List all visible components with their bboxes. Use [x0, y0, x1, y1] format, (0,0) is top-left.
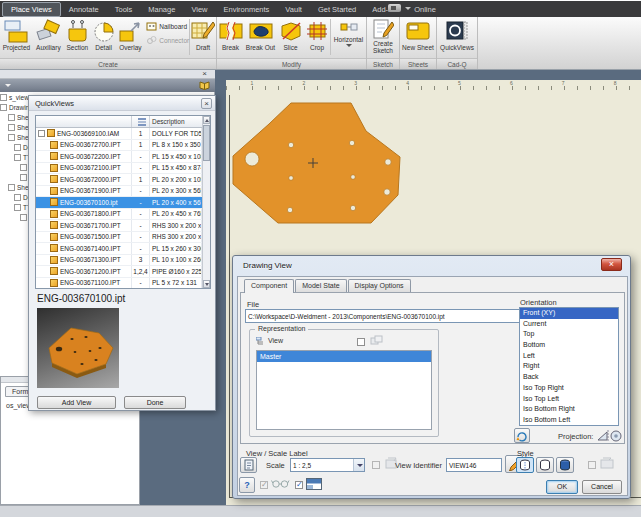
cell-description[interactable]: PL 20 x 400 x 565 — [150, 197, 202, 208]
ok-button[interactable]: OK — [546, 480, 578, 494]
cancel-button[interactable]: Cancel — [582, 480, 622, 494]
table-row[interactable]: ENG-003669100.IAM 1 DOLLY FOR TD500 ST.. — [36, 128, 202, 140]
cell-description[interactable]: DOLLY FOR TD500 ST.. — [150, 128, 202, 139]
ribbon-tab[interactable]: Online — [406, 3, 444, 16]
cell-position[interactable]: - — [132, 243, 150, 254]
file-combo[interactable]: C:\Workspace\D-Weldment - 2013\Component… — [245, 309, 557, 323]
table-row[interactable]: ENG-003672000.IPT 1 PL 20 x 200 x 1050 — [36, 174, 202, 186]
ribbon-tab[interactable]: Tools — [107, 3, 141, 16]
ribbon-panel-sketch-label[interactable]: Sketch — [367, 58, 399, 69]
cell-position[interactable]: - — [132, 278, 150, 289]
cell-description[interactable]: PL 15 x 450 x 1082 — [150, 151, 202, 162]
cell-position[interactable]: 1 — [132, 128, 150, 139]
cell-part-name[interactable]: ENG-003672700.IPT — [36, 140, 132, 151]
orientation-list-item[interactable]: Right — [520, 361, 618, 372]
browser-panel-titlebar[interactable]: × — [0, 70, 215, 79]
orientation-list-item[interactable]: Left — [520, 351, 618, 362]
cell-position[interactable]: 3 — [132, 255, 150, 266]
ribbon-tab[interactable]: Manage — [140, 3, 183, 16]
cell-description[interactable]: PL 10 x 100 x 260 — [150, 255, 202, 266]
crop-button[interactable]: Crop — [304, 17, 330, 51]
dialog-tab[interactable]: Component — [244, 279, 294, 293]
orientation-list-item[interactable]: Iso Bottom Left — [520, 415, 618, 426]
help-button[interactable]: ? — [239, 477, 255, 493]
ribbon-tab[interactable]: Annotate — [61, 3, 107, 16]
orientation-list-item[interactable]: Back — [520, 372, 618, 383]
table-row[interactable]: ENG-003671800.IPT - PL 20 x 450 x 765 — [36, 209, 202, 221]
orientation-list-item[interactable]: Top — [520, 329, 618, 340]
column-header-description[interactable]: Description — [150, 116, 202, 127]
cell-description[interactable]: PL 20 x 450 x 765 — [150, 209, 202, 220]
cell-part-name[interactable]: ENG-003671400.IPT — [36, 243, 132, 254]
table-row[interactable]: ENG-003671100.IPT - PL 5 x 72 x 131 — [36, 278, 202, 289]
table-row[interactable]: ENG-003672100.IPT - PL 15 x 450 x 874 — [36, 163, 202, 175]
horizontal-caret-icon[interactable] — [346, 44, 352, 47]
browser-close-icon[interactable]: × — [202, 69, 207, 78]
cell-part-name[interactable]: ENG-003670100.ipt — [36, 197, 132, 208]
quickviews-button[interactable]: QuickViews — [437, 17, 477, 51]
table-row[interactable]: ENG-003671500.IPT - RHS 300 x 200 x 16 L… — [36, 232, 202, 244]
scale-combo[interactable]: 1 : 2,5 — [290, 458, 365, 472]
cell-description[interactable]: PL 15 x 260 x 300 — [150, 243, 202, 254]
break-out-button[interactable]: Break Out — [244, 17, 277, 51]
scale-label-toggle-button[interactable] — [240, 457, 257, 473]
representation-list-item[interactable]: Master — [257, 351, 431, 362]
browser-book-icon[interactable] — [199, 81, 210, 91]
horizontal-button[interactable]: Horizontal — [331, 17, 366, 47]
cell-description[interactable]: PL 8 x 150 x 350 — [150, 140, 202, 151]
orientation-list-item[interactable]: Current — [520, 319, 618, 330]
add-view-button[interactable]: Add View — [37, 396, 116, 409]
cell-part-name[interactable]: ENG-003671500.IPT — [36, 232, 132, 243]
style-hidden-line-button[interactable] — [516, 457, 534, 473]
cell-position[interactable]: 1 — [132, 140, 150, 151]
ribbon-tab[interactable]: View — [183, 3, 215, 16]
representation-checkbox[interactable] — [357, 338, 365, 346]
view-tree-icon[interactable] — [256, 337, 265, 347]
ribbon-panel-modify-label[interactable]: Modify — [217, 58, 366, 69]
cell-position[interactable]: - — [132, 209, 150, 220]
new-sheet-button[interactable]: New Sheet — [400, 17, 436, 51]
raster-preview-checkbox[interactable] — [295, 481, 303, 489]
cell-part-name[interactable]: ENG-003671100.IPT — [36, 278, 132, 289]
break-button[interactable]: Break — [217, 17, 244, 51]
cell-part-name[interactable]: ENG-003669100.IAM — [36, 128, 132, 139]
table-row[interactable]: ENG-003671300.IPT 3 PL 10 x 100 x 260 — [36, 255, 202, 267]
nailboard-button[interactable]: Nailboard — [144, 21, 189, 32]
table-row[interactable]: ENG-003672700.IPT 1 PL 8 x 150 x 350 — [36, 140, 202, 152]
cell-position[interactable]: - — [132, 151, 150, 162]
draft-view-button[interactable]: Draft — [190, 17, 216, 51]
create-sketch-button[interactable]: Create Sketch — [367, 17, 399, 55]
browser-menu-caret-icon[interactable] — [5, 84, 11, 87]
orientation-list-item[interactable]: Iso Bottom Right — [520, 404, 618, 415]
projected-view-button[interactable]: Projected — [0, 17, 33, 51]
section-view-button[interactable]: Section — [64, 17, 91, 51]
orientation-list-item[interactable]: Front (XY) — [520, 308, 618, 319]
video-icon[interactable] — [388, 4, 401, 12]
cell-part-name[interactable]: ENG-003672000.IPT — [36, 174, 132, 185]
table-scrollbar[interactable] — [202, 116, 210, 288]
orientation-list-item[interactable]: Bottom — [520, 340, 618, 351]
ribbon-tab[interactable]: Get Started — [310, 3, 364, 16]
cell-description[interactable]: PIPE Ø160 x 225 — [150, 266, 202, 277]
style-shaded-button[interactable] — [556, 457, 574, 473]
ribbon-panel-sheets-label[interactable]: Sheets — [400, 58, 436, 69]
representation-list[interactable]: Master — [256, 350, 432, 430]
cell-description[interactable]: RHS 300 x 200 x 16 L=1.. — [150, 232, 202, 243]
media-caret-icon[interactable] — [405, 7, 411, 10]
quickviews-table-header[interactable]: Description — [36, 116, 202, 128]
cell-description[interactable]: PL 5 x 72 x 131 — [150, 278, 202, 289]
table-row[interactable]: ENG-003672200.IPT - PL 15 x 450 x 1082 — [36, 151, 202, 163]
view-identifier-field[interactable]: VIEW146 — [446, 458, 502, 472]
change-view-orientation-button[interactable] — [514, 428, 530, 443]
cell-position[interactable]: - — [132, 232, 150, 243]
table-row[interactable]: ENG-003671200.IPT 1,2,4 PIPE Ø160 x 225 — [36, 266, 202, 278]
cell-part-name[interactable]: ENG-003672200.IPT — [36, 151, 132, 162]
browser-header-bar[interactable] — [0, 79, 215, 92]
cell-description[interactable]: PL 15 x 450 x 874 — [150, 163, 202, 174]
cell-position[interactable]: - — [132, 186, 150, 197]
orientation-list-item[interactable]: Iso Top Right — [520, 383, 618, 394]
orientation-list[interactable]: Front (XY) Current Top Bottom Left Right… — [519, 307, 619, 426]
table-row[interactable]: ENG-003671400.IPT - PL 15 x 260 x 300 — [36, 243, 202, 255]
cell-description[interactable]: PL 20 x 200 x 1050 — [150, 174, 202, 185]
dialog-close-icon[interactable]: × — [601, 258, 622, 271]
